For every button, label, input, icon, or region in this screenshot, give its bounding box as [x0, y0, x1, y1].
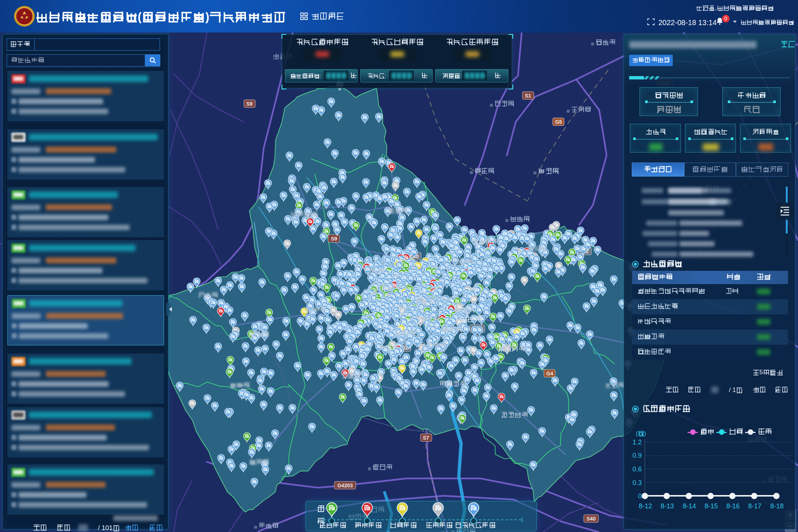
svg-text:S7: S7: [423, 435, 429, 441]
svg-text:S1: S1: [525, 93, 531, 99]
svg-text:G4: G4: [546, 371, 553, 376]
svg-text:G4203: G4203: [337, 482, 353, 488]
svg-text:S40: S40: [587, 516, 596, 522]
svg-text:G5: G5: [555, 119, 562, 125]
svg-text:S9: S9: [246, 101, 252, 107]
svg-text:S9: S9: [331, 236, 337, 242]
